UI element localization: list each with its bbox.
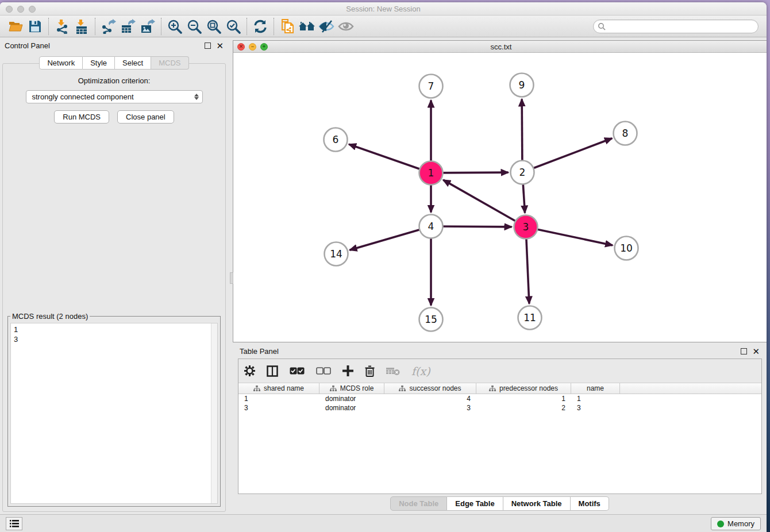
optimization-criterion-label: Optimization criterion:: [3, 76, 225, 85]
table-header-row: shared nameMCDS rolesuccessor nodesprede…: [238, 383, 761, 394]
node-label-15: 15: [425, 314, 437, 325]
table-toolbar: f(x): [238, 359, 761, 383]
table-cell[interactable]: 4: [384, 394, 476, 403]
tab-edge-table[interactable]: Edge Table: [447, 496, 503, 511]
panel-splitter-grip[interactable]: [230, 272, 233, 284]
node-label-7: 7: [428, 80, 434, 92]
node-label-11: 11: [523, 312, 536, 323]
table-cell[interactable]: 1: [571, 394, 620, 403]
column-header-shared-name[interactable]: shared name: [238, 383, 319, 394]
delete-table-icon[interactable]: [386, 367, 400, 376]
function-builder-icon[interactable]: f(x): [411, 365, 430, 377]
select-all-checkboxes-icon[interactable]: [290, 367, 305, 375]
column-layout-icon[interactable]: [267, 365, 278, 377]
tab-network-table[interactable]: Network Table: [503, 496, 571, 511]
table-cell[interactable]: dominator: [319, 394, 384, 403]
delete-column-icon[interactable]: [365, 365, 375, 377]
network-window-titlebar[interactable]: ✕ − + scc.txt: [233, 41, 767, 53]
import-network-icon[interactable]: [52, 18, 72, 35]
table-row[interactable]: 1dominator411: [238, 394, 761, 403]
tab-style[interactable]: Style: [83, 56, 115, 70]
table-row[interactable]: 3dominator323: [238, 403, 761, 413]
refresh-icon[interactable]: [251, 18, 270, 35]
table-cell[interactable]: 1: [476, 394, 571, 403]
column-header-successor-nodes[interactable]: successor nodes: [384, 383, 476, 394]
column-type-icon: [399, 385, 406, 392]
status-bar: Memory: [0, 514, 767, 532]
table-cell[interactable]: 3: [238, 403, 319, 413]
memory-button[interactable]: Memory: [711, 517, 761, 530]
float-table-panel-icon[interactable]: [741, 348, 747, 354]
close-panel-icon[interactable]: ✕: [216, 43, 224, 49]
memory-label: Memory: [727, 519, 754, 528]
zoom-fit-icon[interactable]: [204, 18, 224, 35]
open-session-icon[interactable]: [6, 18, 25, 35]
node-label-2: 2: [519, 167, 526, 178]
column-header-predecessor-nodes[interactable]: predecessor nodes: [476, 383, 571, 394]
control-panel-title: Control Panel: [5, 41, 205, 50]
edge-3-1[interactable]: [443, 180, 526, 227]
hide-selected-icon[interactable]: [317, 18, 336, 35]
column-type-icon: [330, 385, 337, 392]
table-cell[interactable]: 3: [384, 403, 476, 413]
save-session-icon[interactable]: [25, 18, 45, 35]
edge-2-8[interactable]: [522, 138, 612, 172]
home-layout-icon[interactable]: [297, 18, 317, 35]
table-panel: Table Panel ✕ f(x) shared nameMCDS roles…: [233, 344, 767, 514]
table-cell[interactable]: dominator: [319, 403, 384, 413]
tab-select[interactable]: Select: [115, 56, 151, 70]
edge-3-10[interactable]: [526, 227, 613, 245]
table-cell[interactable]: 2: [476, 403, 571, 413]
minimize-window-button[interactable]: [17, 6, 24, 13]
column-header-name[interactable]: name: [571, 383, 620, 394]
control-panel: Control Panel ✕ NetworkStyleSelectMCDS O…: [0, 38, 228, 514]
toolbar-separator: [247, 18, 247, 35]
zoom-selected-icon[interactable]: [224, 18, 243, 35]
show-all-icon[interactable]: [336, 18, 356, 35]
edge-1-6[interactable]: [349, 144, 431, 173]
search-input[interactable]: [606, 21, 758, 32]
column-header-MCDS-role[interactable]: MCDS role: [319, 383, 384, 394]
dropdown-stepper-icon: [194, 94, 199, 100]
zoom-out-icon[interactable]: [184, 18, 204, 35]
table-cell[interactable]: 3: [571, 403, 620, 413]
maximize-network-button[interactable]: +: [260, 43, 268, 51]
float-panel-icon[interactable]: [205, 43, 211, 49]
export-table-icon[interactable]: [118, 18, 138, 35]
run-mcds-button[interactable]: Run MCDS: [54, 110, 109, 124]
tab-motifs[interactable]: Motifs: [571, 496, 609, 511]
table-cell[interactable]: 1: [238, 394, 319, 403]
close-network-button[interactable]: ✕: [237, 43, 245, 51]
add-column-icon[interactable]: [342, 365, 353, 376]
window-title: Session: New Session: [346, 5, 420, 13]
search-icon: [598, 22, 606, 30]
optimization-criterion-dropdown[interactable]: strongly connected component: [26, 90, 203, 103]
tab-network[interactable]: Network: [39, 56, 83, 70]
memory-status-icon: [717, 521, 724, 527]
export-image-icon[interactable]: [138, 18, 157, 35]
dropdown-selected-value: strongly connected component: [32, 92, 194, 101]
tab-mcds[interactable]: MCDS: [151, 56, 188, 70]
close-table-panel-icon[interactable]: ✕: [752, 348, 760, 354]
copy-network-icon[interactable]: [278, 18, 297, 35]
node-label-10: 10: [620, 242, 633, 254]
tab-node-table[interactable]: Node Table: [390, 496, 447, 511]
edge-4-14[interactable]: [350, 226, 431, 250]
mcds-result-list[interactable]: 1 3: [10, 323, 218, 504]
close-window-button[interactable]: [6, 6, 13, 13]
deselect-checkboxes-icon[interactable]: [316, 367, 331, 375]
zoom-in-icon[interactable]: [165, 18, 184, 35]
table-panel-tabs: Node TableEdge TableNetwork TableMotifs: [233, 496, 767, 511]
network-canvas[interactable]: 7968124314101511: [233, 53, 767, 342]
close-panel-button[interactable]: Close panel: [117, 110, 174, 124]
export-network-icon[interactable]: [99, 18, 118, 35]
result-scrollbar[interactable]: [211, 323, 217, 503]
network-graph[interactable]: 7968124314101511: [233, 53, 767, 342]
import-table-icon[interactable]: [72, 18, 91, 35]
minimize-network-button[interactable]: −: [249, 43, 256, 51]
toolbar-separator: [48, 18, 49, 35]
task-history-button[interactable]: [6, 517, 22, 530]
zoom-window-button[interactable]: [29, 6, 36, 13]
gear-icon[interactable]: [244, 365, 255, 376]
node-table-container: f(x) shared nameMCDS rolesuccessor nodes…: [238, 358, 762, 494]
